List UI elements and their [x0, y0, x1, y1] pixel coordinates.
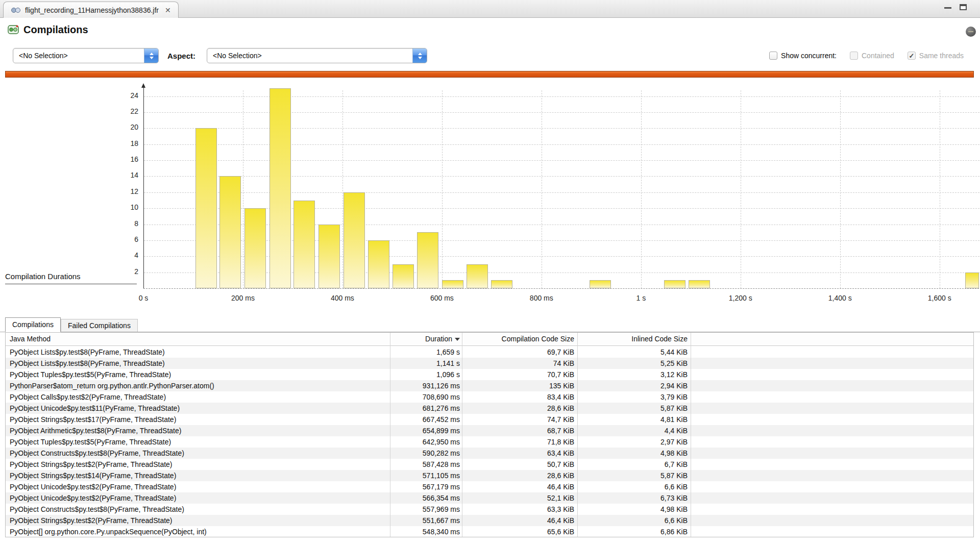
- result-tabs: Compilations Failed Compilations: [0, 317, 980, 332]
- cell-compilation-code-size: 135 KiB: [464, 380, 574, 391]
- cell-inlined-code-size: 3,12 KiB: [577, 369, 688, 380]
- recording-tab-title: flight_recording_11Harnessjython38836.jf…: [25, 6, 159, 14]
- cell-java-method: PyObject Tuples$py.test$5(PyFrame, Threa…: [10, 369, 387, 380]
- checkbox[interactable]: [769, 52, 777, 60]
- dropdown-stepper-icon[interactable]: [412, 48, 427, 63]
- table-row[interactable]: PyObject Strings$py.test$17(PyFrame, Thr…: [6, 414, 973, 425]
- histogram-bar[interactable]: [664, 280, 685, 288]
- dropdown-stepper-icon[interactable]: [144, 48, 158, 63]
- cell-compilation-code-size: 28,6 KiB: [464, 403, 574, 414]
- x-axis-tick-label: 0 s: [108, 294, 179, 302]
- histogram-bar[interactable]: [467, 264, 488, 288]
- column-header-duration[interactable]: Duration: [390, 333, 462, 345]
- checkbox-item[interactable]: Show concurrent:: [769, 52, 837, 60]
- histogram-bar[interactable]: [491, 280, 512, 288]
- x-axis-tick-label: 1,400 s: [804, 294, 876, 302]
- cell-compilation-code-size: 52,1 KiB: [464, 492, 574, 504]
- table-row[interactable]: PythonParser$atom_return org.python.antl…: [6, 380, 973, 391]
- cell-compilation-code-size: 74,7 KiB: [464, 414, 574, 425]
- cell-java-method: PyObject Unicode$py.test$2(PyFrame, Thre…: [10, 492, 387, 504]
- cell-java-method: PyObject Strings$py.test$17(PyFrame, Thr…: [10, 414, 387, 425]
- table-row[interactable]: PyObject Strings$py.test$14(PyFrame, Thr…: [6, 470, 973, 481]
- x-axis-line: [143, 288, 979, 289]
- y-axis-tick-label: 14: [116, 171, 138, 179]
- table-row[interactable]: PyObject Arithmetic$py.test$8(PyFrame, T…: [6, 425, 973, 436]
- histogram-bar[interactable]: [244, 208, 266, 288]
- chart-title: Compilation Durations: [5, 272, 137, 284]
- editor-tab-bar: flight_recording_11Harnessjython38836.jf…: [0, 0, 980, 18]
- cell-java-method: PyObject Strings$py.test$2(PyFrame, Thre…: [10, 459, 387, 470]
- jfr-file-icon: [11, 7, 21, 14]
- cell-duration: 931,126 ms: [390, 380, 460, 391]
- checkbox-item[interactable]: Contained: [850, 52, 894, 60]
- table-row[interactable]: PyObject Constructs$py.test$8(PyFrame, T…: [6, 504, 973, 515]
- cell-duration: 654,899 ms: [390, 425, 460, 436]
- column-header-java-method[interactable]: Java Method: [10, 333, 51, 345]
- y-axis-tick-label: 22: [116, 107, 138, 115]
- checkbox[interactable]: ✓: [908, 52, 916, 60]
- table-row[interactable]: PyObject Tuples$py.test$5(PyFrame, Threa…: [6, 369, 973, 380]
- checkbox-item[interactable]: ✓Same threads: [908, 52, 964, 60]
- cell-inlined-code-size: 5,87 KiB: [577, 403, 688, 414]
- table-row[interactable]: PyObject Constructs$py.test$8(PyFrame, T…: [6, 448, 973, 459]
- table-row[interactable]: PyObject Calls$py.test$2(PyFrame, Thread…: [6, 391, 973, 403]
- maximize-window-icon[interactable]: [960, 4, 967, 10]
- x-axis-tick-label: 200 ms: [207, 294, 279, 302]
- histogram-bar[interactable]: [393, 264, 414, 288]
- cell-inlined-code-size: 6,73 KiB: [577, 492, 688, 504]
- tab-failed-compilations[interactable]: Failed Compilations: [61, 319, 138, 332]
- cell-java-method: PyObject Constructs$py.test$8(PyFrame, T…: [10, 448, 387, 459]
- table-row[interactable]: PyObject Lists$py.test$8(PyFrame, Thread…: [6, 358, 973, 369]
- minimize-window-icon[interactable]: [944, 7, 951, 9]
- cell-duration: 566,354 ms: [390, 492, 460, 504]
- cell-compilation-code-size: 28,6 KiB: [464, 470, 574, 481]
- table-row[interactable]: PyObject Strings$py.test$2(PyFrame, Thre…: [6, 459, 973, 470]
- checkbox-label: Show concurrent:: [781, 52, 837, 60]
- cell-compilation-code-size: 46,4 KiB: [464, 481, 574, 492]
- table-row[interactable]: PyObject Tuples$py.test$5(PyFrame, Threa…: [6, 436, 973, 448]
- column-header-inlined-code-size[interactable]: Inlined Code Size: [577, 333, 691, 345]
- cell-compilation-code-size: 83,4 KiB: [464, 391, 574, 403]
- checkbox-label: Same threads: [919, 52, 964, 60]
- y-axis-tick-label: 6: [116, 235, 138, 243]
- column-header-compilation-code-size[interactable]: Compilation Code Size: [464, 333, 577, 345]
- histogram-bar[interactable]: [368, 240, 389, 288]
- cell-duration: 1,659 s: [390, 346, 460, 358]
- histogram-bar[interactable]: [318, 225, 340, 288]
- y-axis-line: [143, 88, 144, 288]
- histogram-bar[interactable]: [442, 280, 463, 288]
- selection-dropdown[interactable]: <No Selection>: [13, 48, 159, 63]
- histogram-bar[interactable]: [689, 280, 710, 288]
- tab-compilations[interactable]: Compilations: [5, 317, 61, 332]
- gridline-vertical: [342, 90, 343, 288]
- histogram-bar[interactable]: [417, 232, 438, 288]
- cell-inlined-code-size: 4,98 KiB: [577, 504, 688, 515]
- table-row[interactable]: PyObject Unicode$py.test$2(PyFrame, Thre…: [6, 492, 973, 504]
- sort-descending-icon: [455, 338, 460, 341]
- table-row[interactable]: PyObject Lists$py.test$8(PyFrame, Thread…: [6, 346, 973, 358]
- histogram-bar[interactable]: [293, 201, 315, 288]
- histogram-bar[interactable]: [195, 128, 217, 288]
- close-tab-icon[interactable]: ✕: [165, 6, 171, 14]
- histogram-bar[interactable]: [590, 280, 611, 288]
- collapse-section-button[interactable]: [966, 27, 976, 37]
- table-row[interactable]: PyObject Strings$py.test$2(PyFrame, Thre…: [6, 515, 973, 526]
- checkbox[interactable]: [850, 52, 858, 60]
- aspect-dropdown[interactable]: <No Selection>: [207, 48, 427, 63]
- histogram-bar[interactable]: [344, 192, 365, 288]
- histogram-bar[interactable]: [965, 272, 979, 288]
- compilations-icon: [8, 24, 19, 35]
- y-axis-tick-label: 4: [116, 251, 138, 259]
- histogram-bar[interactable]: [219, 176, 241, 288]
- gridline-vertical: [840, 90, 841, 288]
- table-row[interactable]: PyObject Unicode$py.test$11(PyFrame, Thr…: [6, 403, 973, 414]
- cell-inlined-code-size: 4,81 KiB: [577, 414, 688, 425]
- cell-compilation-code-size: 46,4 KiB: [464, 515, 574, 526]
- recording-tab[interactable]: flight_recording_11Harnessjython38836.jf…: [3, 2, 179, 18]
- timeline-range-selector[interactable]: [5, 71, 974, 78]
- cell-inlined-code-size: 4,4 KiB: [577, 425, 688, 436]
- x-axis-tick-label: 1 s: [605, 294, 677, 302]
- table-row[interactable]: PyObject Unicode$py.test$2(PyFrame, Thre…: [6, 481, 973, 492]
- table-row[interactable]: PyObject[] org.python.core.Py.unpackSequ…: [6, 526, 973, 537]
- histogram-bar[interactable]: [270, 88, 291, 288]
